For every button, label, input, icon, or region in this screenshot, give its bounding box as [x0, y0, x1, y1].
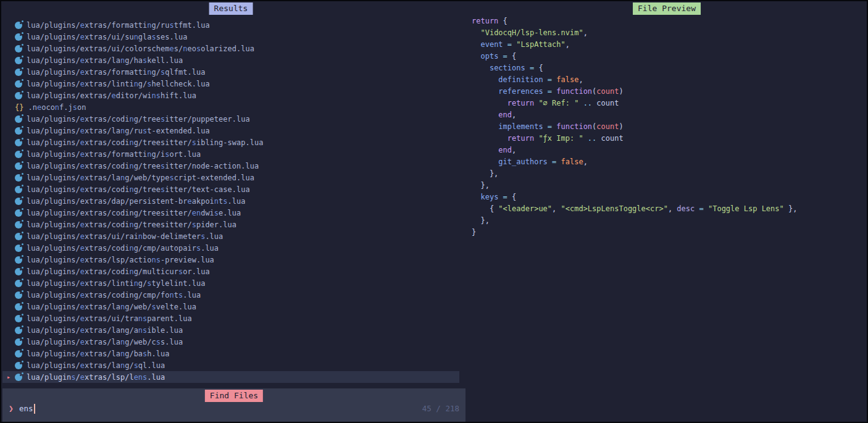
result-row[interactable]: ▸lua/plugins/extras/lsp/lens.lua — [2, 371, 459, 383]
text-cursor — [34, 404, 36, 414]
result-row[interactable]: lua/plugins/extras/formatting/sqlfmt.lua — [2, 66, 459, 78]
file-path: lua/plugins/extras/formatting/rustfmt.lu… — [27, 21, 210, 30]
result-row[interactable]: lua/plugins/extras/coding/treesitter/pup… — [2, 113, 459, 125]
prompt-panel: Find Files ❯ ens 45 / 218 — [2, 388, 465, 422]
file-path: lua/plugins/extras/coding/treesitter/end… — [27, 209, 241, 217]
result-row[interactable]: lua/plugins/extras/ui/rainbow-delimeters… — [2, 230, 459, 242]
result-row[interactable]: lua/plugins/extras/lang/sql.lua — [2, 359, 459, 371]
result-counter: 45 / 218 — [422, 402, 459, 416]
file-path: lua/plugins/extras/ui/rainbow-delimeters… — [27, 232, 223, 241]
lua-icon — [15, 22, 22, 29]
lua-icon — [15, 92, 22, 99]
search-input[interactable]: ens — [19, 402, 33, 416]
result-row[interactable]: lua/plugins/extras/coding/treesitter/nod… — [2, 160, 459, 172]
file-path: lua/plugins/extras/coding/treesitter/spi… — [27, 220, 236, 229]
result-row[interactable]: lua/plugins/extras/lang/web/typescript-e… — [2, 172, 459, 183]
file-path: lua/plugins/extras/lang/bash.lua — [27, 350, 170, 358]
result-row[interactable]: lua/plugins/extras/coding/treesitter/sib… — [2, 136, 459, 148]
selection-arrow-icon: ▸ — [2, 374, 15, 380]
result-row[interactable]: lua/plugins/extras/coding/treesitter/tex… — [2, 183, 459, 195]
lua-icon — [15, 280, 22, 287]
result-row[interactable]: lua/plugins/extras/ui/sunglasses.lua — [2, 31, 459, 43]
file-path: lua/plugins/extras/coding/multicursor.lu… — [27, 267, 210, 276]
result-row[interactable]: lua/plugins/extras/coding/cmp/fonts.lua — [2, 289, 459, 301]
result-row[interactable]: lua/plugins/extras/coding/treesitter/spi… — [2, 219, 459, 230]
result-row[interactable]: lua/plugins/extras/ui/transparent.lua — [2, 312, 459, 324]
results-panel: Results lua/plugins/extras/formatting/ru… — [2, 1, 459, 387]
result-row[interactable]: lua/plugins/extras/editor/winshift.lua — [2, 90, 459, 101]
result-row[interactable]: lua/plugins/extras/coding/treesitter/end… — [2, 207, 459, 219]
result-row[interactable]: lua/plugins/extras/lang/bash.lua — [2, 348, 459, 359]
results-panel-title: Results — [209, 2, 253, 15]
lua-icon — [15, 268, 22, 275]
file-preview-panel: File Preview return { "VidocqH/lsp-lens.… — [465, 1, 868, 421]
file-path: lua/plugins/extras/dap/persistent-breakp… — [27, 197, 245, 206]
lua-icon — [15, 115, 22, 123]
lua-icon — [15, 69, 22, 76]
lua-icon — [15, 139, 22, 146]
preview-code: return { "VidocqH/lsp-lens.nvim", event … — [472, 15, 797, 238]
lua-icon — [15, 256, 22, 264]
result-row[interactable]: lua/plugins/extras/lang/web/css.lua — [2, 336, 459, 348]
lua-icon — [15, 374, 22, 381]
lua-icon — [15, 33, 22, 41]
results-list[interactable]: lua/plugins/extras/formatting/rustfmt.lu… — [2, 19, 459, 383]
result-row[interactable]: lua/plugins/extras/lang/haskell.lua — [2, 54, 459, 66]
lua-icon — [15, 45, 22, 52]
telescope-window: Results lua/plugins/extras/formatting/ru… — [0, 0, 868, 423]
result-row[interactable]: {}.neoconf.json — [2, 101, 459, 113]
result-row[interactable]: lua/plugins/extras/formatting/isort.lua — [2, 148, 459, 160]
file-path: lua/plugins/extras/formatting/isort.lua — [27, 150, 201, 159]
prompt-panel-title: Find Files — [205, 390, 263, 402]
result-row[interactable]: lua/plugins/extras/lang/web/svelte.lua — [2, 301, 459, 312]
lua-icon — [15, 327, 22, 334]
result-row[interactable]: lua/plugins/extras/lang/ansible.lua — [2, 324, 459, 336]
lua-icon — [15, 362, 22, 369]
file-path: lua/plugins/extras/formatting/sqlfmt.lua — [27, 68, 205, 77]
prompt-caret-icon: ❯ — [9, 402, 14, 416]
file-path: lua/plugins/extras/lang/ansible.lua — [27, 326, 183, 335]
file-path: lua/plugins/extras/coding/treesitter/nod… — [27, 162, 259, 170]
result-row[interactable]: lua/plugins/extras/formatting/rustfmt.lu… — [2, 19, 459, 31]
lua-icon — [15, 127, 22, 135]
result-row[interactable]: lua/plugins/extras/lsp/actions-preview.l… — [2, 254, 459, 266]
lua-icon — [15, 350, 22, 358]
file-path: lua/plugins/extras/coding/treesitter/pup… — [27, 115, 250, 124]
file-path: lua/plugins/extras/lang/haskell.lua — [27, 56, 183, 65]
file-path: lua/plugins/extras/editor/winshift.lua — [27, 91, 196, 100]
lua-icon — [15, 198, 22, 205]
result-row[interactable]: lua/plugins/extras/ui/colorschemes/neoso… — [2, 43, 459, 54]
file-path: lua/plugins/extras/lang/web/svelte.lua — [27, 303, 196, 311]
lua-icon — [15, 315, 22, 322]
file-path: lua/plugins/extras/linting/shellcheck.lu… — [27, 80, 210, 88]
lua-icon — [15, 245, 22, 252]
file-path: lua/plugins/extras/linting/stylelint.lua — [27, 279, 205, 288]
lua-icon — [15, 162, 22, 170]
result-row[interactable]: lua/plugins/extras/dap/persistent-breakp… — [2, 195, 459, 207]
file-path: lua/plugins/extras/lang/web/typescript-e… — [27, 174, 254, 182]
file-path: lua/plugins/extras/lang/sql.lua — [27, 361, 165, 370]
file-path: lua/plugins/extras/coding/cmp/fonts.lua — [27, 291, 201, 299]
lua-icon — [15, 338, 22, 346]
lua-icon — [15, 174, 22, 182]
prompt-row: ❯ ens 45 / 218 — [2, 402, 465, 416]
file-path: lua/plugins/extras/ui/colorschemes/neoso… — [27, 44, 254, 53]
lua-icon — [15, 233, 22, 240]
file-path: lua/plugins/extras/coding/treesitter/tex… — [27, 185, 250, 194]
file-path: lua/plugins/extras/lsp/actions-preview.l… — [27, 256, 214, 264]
lua-icon — [15, 209, 22, 217]
preview-panel-title: File Preview — [633, 2, 701, 15]
result-row[interactable]: lua/plugins/extras/coding/multicursor.lu… — [2, 266, 459, 277]
lua-icon — [15, 221, 22, 228]
result-row[interactable]: lua/plugins/extras/lang/rust-extended.lu… — [2, 125, 459, 136]
file-path: lua/plugins/extras/coding/cmp/autopairs.… — [27, 244, 219, 253]
file-path: lua/plugins/extras/lang/web/css.lua — [27, 338, 183, 346]
lua-icon — [15, 151, 22, 158]
lua-icon — [15, 80, 22, 88]
result-row[interactable]: lua/plugins/extras/linting/shellcheck.lu… — [2, 78, 459, 90]
lua-icon — [15, 291, 22, 299]
result-row[interactable]: lua/plugins/extras/linting/stylelint.lua — [2, 277, 459, 289]
lua-icon — [15, 186, 22, 193]
lua-icon — [15, 303, 22, 311]
result-row[interactable]: lua/plugins/extras/coding/cmp/autopairs.… — [2, 242, 459, 254]
